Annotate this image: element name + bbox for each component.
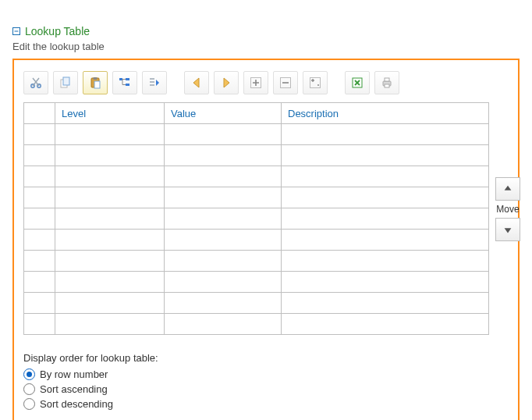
table-row[interactable]: [24, 145, 489, 166]
section-header: Lookup Table: [12, 25, 520, 37]
table-row[interactable]: [24, 251, 489, 272]
prev-button[interactable]: [184, 71, 209, 94]
grid-body: [24, 124, 489, 335]
radio-by-row-number[interactable]: By row number: [23, 368, 509, 380]
options-title: Display order for lookup table:: [23, 352, 509, 364]
svg-rect-11: [126, 84, 129, 86]
svg-rect-9: [119, 78, 122, 80]
table-row[interactable]: [24, 124, 489, 145]
col-level[interactable]: Level: [55, 103, 165, 124]
table-row[interactable]: [24, 208, 489, 230]
add-button[interactable]: [243, 71, 268, 94]
cut-button[interactable]: [23, 71, 48, 94]
section-subtitle: Edit the lookup table: [12, 41, 520, 52]
radio-sort-ascending[interactable]: Sort ascending: [23, 383, 509, 395]
display-order-options: Display order for lookup table: By row n…: [23, 352, 509, 410]
col-rownum[interactable]: [24, 103, 55, 124]
lookup-panel: Level Value Description Move: [12, 59, 520, 420]
radio-sort-descending[interactable]: Sort descending: [23, 398, 509, 410]
move-down-button[interactable]: [495, 218, 520, 241]
move-controls: Move: [495, 177, 520, 241]
toolbar: [23, 68, 509, 102]
move-label: Move: [496, 204, 519, 215]
radio-label: Sort ascending: [40, 383, 108, 395]
grid-header-row: Level Value Description: [24, 103, 489, 124]
svg-rect-7: [94, 77, 98, 80]
table-row[interactable]: [24, 314, 489, 335]
copy-button[interactable]: [53, 71, 78, 94]
radio-label: By row number: [40, 368, 108, 380]
table-row[interactable]: [24, 230, 489, 251]
col-description[interactable]: Description: [282, 103, 489, 124]
svg-rect-1: [15, 31, 19, 32]
excel-button[interactable]: [345, 71, 370, 94]
add-small-button[interactable]: [303, 71, 328, 94]
svg-rect-8: [94, 81, 100, 88]
remove-button[interactable]: [273, 71, 298, 94]
table-row[interactable]: [24, 187, 489, 208]
table-row[interactable]: [24, 293, 489, 314]
radio-icon: [23, 383, 35, 395]
lookup-grid[interactable]: Level Value Description: [23, 102, 489, 335]
section-title: Lookup Table: [25, 25, 90, 37]
svg-rect-17: [385, 78, 389, 81]
radio-label: Sort descending: [40, 398, 113, 410]
table-row[interactable]: [24, 272, 489, 293]
indent-button[interactable]: [142, 71, 167, 94]
svg-rect-14: [310, 78, 321, 88]
move-up-button[interactable]: [495, 177, 520, 201]
next-button[interactable]: [214, 71, 239, 94]
print-button[interactable]: [374, 71, 399, 94]
radio-icon: [23, 398, 35, 410]
paste-button[interactable]: [83, 71, 108, 94]
svg-rect-10: [126, 78, 129, 80]
radio-icon: [23, 368, 35, 380]
svg-rect-5: [63, 77, 69, 85]
col-value[interactable]: Value: [165, 103, 282, 124]
tree-button[interactable]: [112, 71, 137, 94]
collapse-icon[interactable]: [12, 27, 20, 35]
table-row[interactable]: [24, 166, 489, 187]
svg-rect-18: [385, 84, 389, 87]
